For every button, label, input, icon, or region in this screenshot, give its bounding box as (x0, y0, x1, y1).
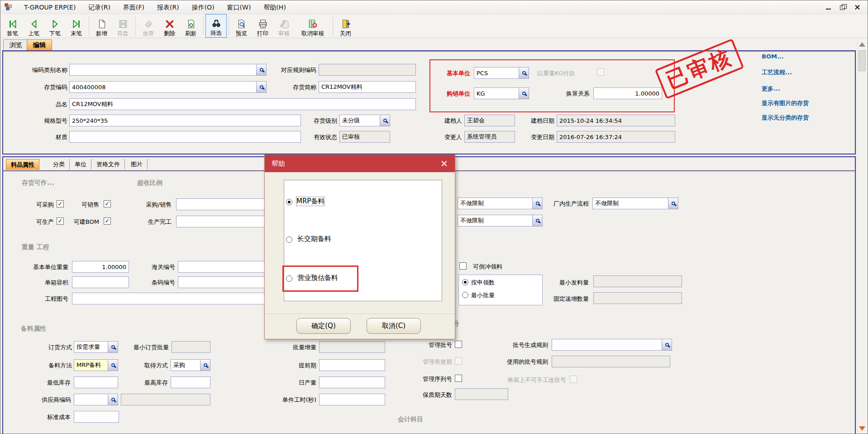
prev-record-button[interactable]: 上笔 (23, 14, 44, 38)
refresh-button[interactable]: 刷新 (180, 14, 201, 38)
factory-flow-field[interactable]: 不做限制 (592, 198, 678, 209)
dialog-radio-mrp[interactable] (286, 199, 292, 205)
lookup-button[interactable] (256, 64, 266, 75)
preview-button[interactable]: 预览 (231, 14, 252, 38)
trade-unit-field[interactable]: KG (474, 87, 529, 99)
by-request-radio[interactable] (462, 279, 468, 285)
lookup-button[interactable] (380, 115, 390, 126)
tab-edit[interactable]: 编辑 (27, 39, 52, 51)
subtab-item-attrs[interactable]: 料品属性 (6, 159, 39, 170)
max-stock-field[interactable] (171, 376, 210, 388)
next-record-button[interactable]: 下笔 (44, 14, 66, 38)
add-button[interactable]: 新增 (91, 14, 112, 38)
scroll-down-icon[interactable] (859, 426, 865, 431)
subtab-unit[interactable]: 单位 (70, 159, 91, 170)
manage-batch-checkbox[interactable] (455, 341, 462, 348)
process-flow-link[interactable]: 工艺流程... (762, 68, 792, 77)
item-code-field[interactable]: 400400008 (69, 81, 267, 93)
lookup-button[interactable] (108, 360, 118, 371)
dialog-close-icon[interactable] (441, 160, 448, 167)
customs-field[interactable] (178, 261, 268, 273)
base-weight-field[interactable]: 1.00000 (72, 261, 129, 273)
min-batch-radio[interactable] (462, 292, 468, 298)
dialog-title-bar[interactable]: 帮助 (265, 155, 455, 172)
menu-report[interactable]: 报表(R) (151, 1, 186, 14)
spec-field[interactable]: 250*240*35 (69, 115, 301, 126)
lookup-button[interactable] (519, 88, 529, 99)
code-category-field[interactable] (69, 64, 267, 76)
first-record-button[interactable]: 首笔 (2, 14, 23, 38)
lookup-button[interactable] (668, 198, 678, 209)
barcode-field[interactable] (178, 276, 268, 288)
subtab-category[interactable]: 分类 (48, 159, 70, 170)
base-unit-field[interactable]: PCS (474, 67, 529, 79)
menu-help[interactable]: 帮助(H) (257, 1, 292, 14)
show-unclassified-link[interactable]: 显示无分类的存货 (762, 114, 809, 122)
conversion-field[interactable]: 1.00000 (593, 87, 662, 99)
can-purchase-checkbox[interactable] (57, 200, 64, 207)
lookup-button[interactable] (108, 394, 118, 405)
lookup-button[interactable] (256, 82, 266, 92)
delete-button[interactable]: 删除 (159, 14, 180, 38)
show-with-images-link[interactable]: 显示有图片的存货 (762, 99, 809, 107)
subtab-qualification[interactable]: 资格文件 (92, 159, 125, 170)
acquire-mode-field[interactable]: 采购 (171, 359, 210, 371)
dialog-option-long-lead-label[interactable]: 长交期备料 (297, 235, 331, 243)
lookup-button[interactable] (519, 68, 529, 78)
manage-serial-checkbox[interactable] (455, 375, 462, 382)
min-stock-field[interactable] (74, 376, 118, 388)
dialog-option-forecast-label[interactable]: 营业预估备料 (297, 274, 338, 282)
can-bom-checkbox[interactable] (104, 217, 111, 225)
material-field[interactable] (69, 131, 301, 143)
shelf-life-field[interactable] (455, 388, 508, 400)
box-volume-field[interactable] (72, 276, 129, 288)
supplier-field[interactable] (74, 394, 118, 405)
print-button[interactable]: 打印 (252, 14, 273, 38)
dialog-cancel-button[interactable]: 取消(C) (367, 318, 421, 334)
menu-interface[interactable]: 界面(F) (117, 1, 151, 14)
minimize-icon[interactable] (825, 4, 832, 11)
drawing-no-field[interactable] (72, 293, 271, 304)
subtab-picture[interactable]: 图片 (126, 159, 148, 170)
item-abbr-field[interactable]: CR12MOV精料 (319, 81, 416, 93)
dialog-radio-long-lead[interactable] (286, 236, 292, 243)
menu-window[interactable]: 窗口(W) (221, 1, 258, 14)
bom-link[interactable]: BOM... (762, 53, 784, 60)
menu-app[interactable]: T-GROUP ERP(E) (18, 1, 82, 14)
lookup-button[interactable] (532, 215, 542, 226)
lookup-button[interactable] (108, 342, 118, 352)
purchase-sale-field[interactable] (176, 198, 272, 210)
dialog-radio-forecast[interactable] (286, 275, 292, 282)
close-window-button[interactable]: 关闭 (335, 14, 356, 38)
batch-rule-field[interactable] (552, 339, 672, 351)
level-field[interactable]: 未分级 (339, 115, 390, 126)
dialog-ok-button[interactable]: 确定(Q) (296, 318, 351, 334)
filter-button[interactable]: 筛选 (205, 14, 227, 38)
last-record-button[interactable]: 末笔 (66, 14, 87, 38)
prep-method-field[interactable]: MRP备料 (74, 359, 118, 371)
vertical-scrollbar[interactable] (857, 39, 867, 434)
cancel-audit-button[interactable]: 取消审核 (295, 14, 331, 38)
lookup-button[interactable] (200, 360, 210, 371)
production-done-field[interactable] (176, 216, 272, 227)
lead-time-field[interactable] (319, 359, 385, 371)
unit-hours-field[interactable] (319, 394, 385, 405)
std-cost-field[interactable] (74, 411, 119, 423)
more-link[interactable]: 更多... (762, 85, 780, 93)
scrollbar-thumb[interactable] (858, 50, 866, 71)
scroll-up-icon[interactable] (859, 42, 865, 47)
lookup-button[interactable] (662, 339, 672, 350)
close-icon[interactable] (854, 4, 861, 11)
restriction-field-1[interactable]: 不做限制 (458, 198, 543, 209)
lookup-button[interactable] (532, 198, 542, 209)
order-mode-field[interactable]: 按需求量 (74, 341, 118, 353)
backflush-checkbox[interactable] (459, 262, 467, 270)
dialog-option-mrp-label[interactable]: MRP备料 (296, 197, 324, 206)
can-sell-checkbox[interactable] (104, 200, 111, 207)
menu-record[interactable]: 记录(R) (82, 1, 117, 14)
restriction-field-2[interactable]: 不做限制 (458, 215, 543, 227)
tab-browse[interactable]: 浏览 (3, 39, 29, 51)
product-name-field[interactable]: CR12MOV精料 (69, 98, 416, 110)
can-produce-checkbox[interactable] (57, 217, 64, 225)
restore-icon[interactable] (839, 4, 847, 11)
